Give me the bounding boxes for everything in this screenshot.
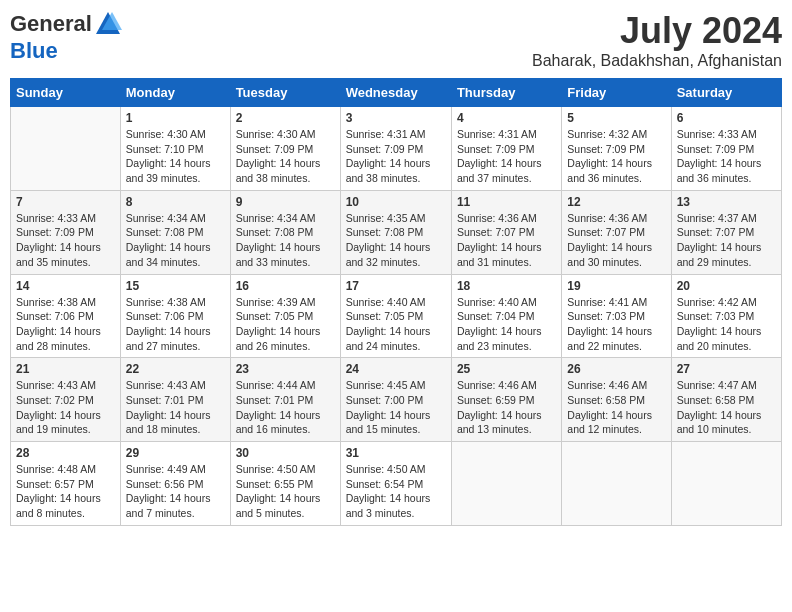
- day-info: Sunrise: 4:38 AM Sunset: 7:06 PM Dayligh…: [126, 296, 211, 352]
- page-header: General Blue July 2024 Baharak, Badakhsh…: [10, 10, 782, 70]
- day-number: 21: [16, 362, 115, 376]
- day-number: 31: [346, 446, 446, 460]
- day-info: Sunrise: 4:35 AM Sunset: 7:08 PM Dayligh…: [346, 212, 431, 268]
- day-info: Sunrise: 4:30 AM Sunset: 7:09 PM Dayligh…: [236, 128, 321, 184]
- day-number: 8: [126, 195, 225, 209]
- day-number: 27: [677, 362, 776, 376]
- day-info: Sunrise: 4:44 AM Sunset: 7:01 PM Dayligh…: [236, 379, 321, 435]
- header-day-sunday: Sunday: [11, 79, 121, 107]
- day-cell: 29Sunrise: 4:49 AM Sunset: 6:56 PM Dayli…: [120, 442, 230, 526]
- day-info: Sunrise: 4:45 AM Sunset: 7:00 PM Dayligh…: [346, 379, 431, 435]
- day-number: 11: [457, 195, 556, 209]
- day-cell: 31Sunrise: 4:50 AM Sunset: 6:54 PM Dayli…: [340, 442, 451, 526]
- header-day-monday: Monday: [120, 79, 230, 107]
- header-day-thursday: Thursday: [451, 79, 561, 107]
- day-info: Sunrise: 4:36 AM Sunset: 7:07 PM Dayligh…: [457, 212, 542, 268]
- day-info: Sunrise: 4:33 AM Sunset: 7:09 PM Dayligh…: [16, 212, 101, 268]
- day-cell: 14Sunrise: 4:38 AM Sunset: 7:06 PM Dayli…: [11, 274, 121, 358]
- day-info: Sunrise: 4:46 AM Sunset: 6:58 PM Dayligh…: [567, 379, 652, 435]
- day-cell: 21Sunrise: 4:43 AM Sunset: 7:02 PM Dayli…: [11, 358, 121, 442]
- day-cell: 8Sunrise: 4:34 AM Sunset: 7:08 PM Daylig…: [120, 190, 230, 274]
- day-info: Sunrise: 4:39 AM Sunset: 7:05 PM Dayligh…: [236, 296, 321, 352]
- week-row-1: 7Sunrise: 4:33 AM Sunset: 7:09 PM Daylig…: [11, 190, 782, 274]
- day-number: 28: [16, 446, 115, 460]
- week-row-2: 14Sunrise: 4:38 AM Sunset: 7:06 PM Dayli…: [11, 274, 782, 358]
- day-number: 2: [236, 111, 335, 125]
- day-info: Sunrise: 4:31 AM Sunset: 7:09 PM Dayligh…: [346, 128, 431, 184]
- day-number: 29: [126, 446, 225, 460]
- week-row-4: 28Sunrise: 4:48 AM Sunset: 6:57 PM Dayli…: [11, 442, 782, 526]
- day-number: 18: [457, 279, 556, 293]
- day-cell: 12Sunrise: 4:36 AM Sunset: 7:07 PM Dayli…: [562, 190, 671, 274]
- week-row-3: 21Sunrise: 4:43 AM Sunset: 7:02 PM Dayli…: [11, 358, 782, 442]
- day-number: 17: [346, 279, 446, 293]
- day-info: Sunrise: 4:50 AM Sunset: 6:54 PM Dayligh…: [346, 463, 431, 519]
- day-number: 19: [567, 279, 665, 293]
- day-number: 26: [567, 362, 665, 376]
- day-info: Sunrise: 4:49 AM Sunset: 6:56 PM Dayligh…: [126, 463, 211, 519]
- day-number: 10: [346, 195, 446, 209]
- day-number: 5: [567, 111, 665, 125]
- calendar-header-row: SundayMondayTuesdayWednesdayThursdayFrid…: [11, 79, 782, 107]
- header-day-saturday: Saturday: [671, 79, 781, 107]
- day-cell: 4Sunrise: 4:31 AM Sunset: 7:09 PM Daylig…: [451, 107, 561, 191]
- day-cell: 2Sunrise: 4:30 AM Sunset: 7:09 PM Daylig…: [230, 107, 340, 191]
- day-cell: 13Sunrise: 4:37 AM Sunset: 7:07 PM Dayli…: [671, 190, 781, 274]
- day-cell: 15Sunrise: 4:38 AM Sunset: 7:06 PM Dayli…: [120, 274, 230, 358]
- week-row-0: 1Sunrise: 4:30 AM Sunset: 7:10 PM Daylig…: [11, 107, 782, 191]
- day-info: Sunrise: 4:40 AM Sunset: 7:05 PM Dayligh…: [346, 296, 431, 352]
- day-cell: 9Sunrise: 4:34 AM Sunset: 7:08 PM Daylig…: [230, 190, 340, 274]
- day-cell: 22Sunrise: 4:43 AM Sunset: 7:01 PM Dayli…: [120, 358, 230, 442]
- day-info: Sunrise: 4:36 AM Sunset: 7:07 PM Dayligh…: [567, 212, 652, 268]
- day-info: Sunrise: 4:43 AM Sunset: 7:02 PM Dayligh…: [16, 379, 101, 435]
- day-cell: 30Sunrise: 4:50 AM Sunset: 6:55 PM Dayli…: [230, 442, 340, 526]
- day-cell: 3Sunrise: 4:31 AM Sunset: 7:09 PM Daylig…: [340, 107, 451, 191]
- month-title: July 2024: [532, 10, 782, 52]
- day-cell: 17Sunrise: 4:40 AM Sunset: 7:05 PM Dayli…: [340, 274, 451, 358]
- day-number: 13: [677, 195, 776, 209]
- logo-blue-text: Blue: [10, 38, 58, 63]
- day-cell: 7Sunrise: 4:33 AM Sunset: 7:09 PM Daylig…: [11, 190, 121, 274]
- title-area: July 2024 Baharak, Badakhshan, Afghanist…: [532, 10, 782, 70]
- day-info: Sunrise: 4:31 AM Sunset: 7:09 PM Dayligh…: [457, 128, 542, 184]
- day-cell: [11, 107, 121, 191]
- day-number: 12: [567, 195, 665, 209]
- calendar-body: 1Sunrise: 4:30 AM Sunset: 7:10 PM Daylig…: [11, 107, 782, 526]
- day-number: 7: [16, 195, 115, 209]
- day-info: Sunrise: 4:38 AM Sunset: 7:06 PM Dayligh…: [16, 296, 101, 352]
- day-info: Sunrise: 4:48 AM Sunset: 6:57 PM Dayligh…: [16, 463, 101, 519]
- day-info: Sunrise: 4:47 AM Sunset: 6:58 PM Dayligh…: [677, 379, 762, 435]
- day-number: 22: [126, 362, 225, 376]
- day-cell: 27Sunrise: 4:47 AM Sunset: 6:58 PM Dayli…: [671, 358, 781, 442]
- day-cell: [671, 442, 781, 526]
- day-info: Sunrise: 4:46 AM Sunset: 6:59 PM Dayligh…: [457, 379, 542, 435]
- day-number: 14: [16, 279, 115, 293]
- day-number: 3: [346, 111, 446, 125]
- day-info: Sunrise: 4:40 AM Sunset: 7:04 PM Dayligh…: [457, 296, 542, 352]
- day-info: Sunrise: 4:34 AM Sunset: 7:08 PM Dayligh…: [236, 212, 321, 268]
- day-cell: 1Sunrise: 4:30 AM Sunset: 7:10 PM Daylig…: [120, 107, 230, 191]
- logo-general-text: General: [10, 11, 92, 37]
- day-cell: [451, 442, 561, 526]
- day-number: 1: [126, 111, 225, 125]
- day-info: Sunrise: 4:32 AM Sunset: 7:09 PM Dayligh…: [567, 128, 652, 184]
- day-info: Sunrise: 4:42 AM Sunset: 7:03 PM Dayligh…: [677, 296, 762, 352]
- day-number: 6: [677, 111, 776, 125]
- calendar-table: SundayMondayTuesdayWednesdayThursdayFrid…: [10, 78, 782, 526]
- day-cell: 23Sunrise: 4:44 AM Sunset: 7:01 PM Dayli…: [230, 358, 340, 442]
- day-cell: 25Sunrise: 4:46 AM Sunset: 6:59 PM Dayli…: [451, 358, 561, 442]
- day-info: Sunrise: 4:41 AM Sunset: 7:03 PM Dayligh…: [567, 296, 652, 352]
- day-info: Sunrise: 4:37 AM Sunset: 7:07 PM Dayligh…: [677, 212, 762, 268]
- day-cell: 11Sunrise: 4:36 AM Sunset: 7:07 PM Dayli…: [451, 190, 561, 274]
- day-cell: 16Sunrise: 4:39 AM Sunset: 7:05 PM Dayli…: [230, 274, 340, 358]
- day-cell: 19Sunrise: 4:41 AM Sunset: 7:03 PM Dayli…: [562, 274, 671, 358]
- day-info: Sunrise: 4:30 AM Sunset: 7:10 PM Dayligh…: [126, 128, 211, 184]
- day-cell: 20Sunrise: 4:42 AM Sunset: 7:03 PM Dayli…: [671, 274, 781, 358]
- day-cell: 28Sunrise: 4:48 AM Sunset: 6:57 PM Dayli…: [11, 442, 121, 526]
- logo-icon: [94, 10, 122, 38]
- day-info: Sunrise: 4:43 AM Sunset: 7:01 PM Dayligh…: [126, 379, 211, 435]
- day-cell: 5Sunrise: 4:32 AM Sunset: 7:09 PM Daylig…: [562, 107, 671, 191]
- day-info: Sunrise: 4:33 AM Sunset: 7:09 PM Dayligh…: [677, 128, 762, 184]
- header-day-tuesday: Tuesday: [230, 79, 340, 107]
- day-number: 20: [677, 279, 776, 293]
